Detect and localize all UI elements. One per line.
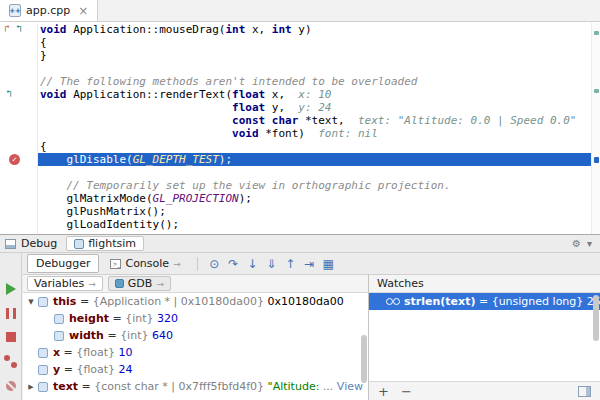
variable-row[interactable]: ▶text = {const char * | 0x7fff5fbfd4f0} …: [23, 378, 368, 395]
variables-pane-header: Variables → GDB →: [23, 275, 368, 293]
resume-icon[interactable]: [6, 283, 16, 295]
watches-title: Watches: [373, 277, 424, 290]
step-controls: ⊙↷↓⇓↑⇥▦: [205, 257, 338, 271]
execution-line[interactable]: glDisable(GL_DEPTH_TEST);: [0, 153, 600, 166]
variable-row[interactable]: ▼this = {Application * | 0x10180da00} 0x…: [23, 293, 368, 310]
variable-icon: [54, 331, 64, 341]
watches-list: strlen(text) = {unsigned long} 25: [369, 293, 600, 310]
add-watch-button[interactable]: +: [378, 385, 389, 398]
tab-gdb-label: GDB: [128, 277, 153, 290]
code-line[interactable]: void *font) font: nil: [0, 127, 600, 140]
editor-tab-bar: ++ app.cpp ×: [0, 0, 600, 22]
variable-icon: [38, 297, 48, 307]
variable-icon: [38, 348, 48, 358]
editor-tab-appcpp[interactable]: ++ app.cpp ×: [0, 0, 98, 21]
tab-switch-arrow-icon: →: [156, 279, 164, 289]
editor-scroll-stripe[interactable]: [591, 23, 600, 234]
code-line[interactable]: glPushMatrix();: [0, 205, 600, 218]
evaluate-expression-icon[interactable]: ▦: [319, 257, 338, 271]
code-line[interactable]: float y, y: 24: [0, 101, 600, 114]
hide-window-icon[interactable]: ▾: [584, 238, 595, 249]
code-area: void Application::mouseDrag(int x, int y…: [0, 23, 600, 234]
code-line[interactable]: glMatrixMode(GL_PROJECTION);: [0, 192, 600, 205]
show-watches-panel-icon[interactable]: [578, 386, 591, 397]
run-to-cursor-icon[interactable]: ⇥: [300, 257, 319, 271]
variables-scrollbar[interactable]: [361, 335, 367, 383]
mute-breakpoints-icon[interactable]: [6, 381, 16, 391]
tab-switch-arrow-icon: →: [173, 259, 181, 269]
tab-debugger[interactable]: Debugger: [27, 254, 99, 273]
close-tab-icon[interactable]: ×: [78, 4, 88, 18]
watch-row[interactable]: strlen(text) = {unsigned long} 25: [369, 293, 600, 310]
tab-variables[interactable]: Variables →: [27, 276, 103, 291]
variable-row[interactable]: height = {int} 320: [23, 310, 368, 327]
expander-icon[interactable]: ▶: [25, 383, 37, 391]
show-execution-point-icon[interactable]: ⊙: [205, 257, 224, 271]
expander-icon[interactable]: ▼: [25, 298, 37, 306]
debugger-toolbar: Debugger Console → ⊙↷↓⇓↑⇥▦: [23, 253, 600, 275]
code-line[interactable]: [0, 166, 600, 179]
tab-title: app.cpp: [26, 4, 70, 17]
code-line[interactable]: void Application::mouseDrag(int x, int y…: [0, 23, 600, 36]
debug-header-actions: ⚙▾: [569, 237, 595, 250]
tab-console[interactable]: Console →: [101, 254, 189, 273]
step-over-icon[interactable]: ↷: [224, 257, 243, 271]
toolbar-separator: [197, 257, 198, 271]
stripe-mark: [594, 31, 599, 35]
force-step-into-icon[interactable]: ⇓: [262, 257, 281, 271]
remove-watch-button[interactable]: −: [401, 385, 412, 398]
cpp-file-icon: ++: [9, 4, 21, 17]
debug-window-title: Debug: [21, 237, 57, 250]
tab-switch-arrow-icon: →: [88, 279, 96, 289]
ide-window: ++ app.cpp × void Application::mouseDrag…: [0, 0, 600, 400]
code-line[interactable]: [0, 62, 600, 75]
step-out-icon[interactable]: ↑: [281, 257, 300, 271]
tab-console-label: Console: [125, 257, 169, 270]
watches-pane: Watches strlen(text) = {unsigned long} 2…: [369, 275, 600, 400]
variable-row[interactable]: width = {int} 640: [23, 327, 368, 344]
debug-window-header: Debug flightsim ⚙▾: [0, 235, 600, 253]
code-line[interactable]: }: [0, 49, 600, 62]
code-editor[interactable]: void Application::mouseDrag(int x, int y…: [0, 23, 600, 234]
code-line[interactable]: const char *text, text: "Altitude: 0.0 |…: [0, 114, 600, 127]
console-icon: [110, 259, 121, 269]
code-line[interactable]: void Application::renderText(float x, x:…: [0, 88, 600, 101]
gdb-icon: [115, 279, 124, 288]
variables-tree: ▼this = {Application * | 0x10180da00} 0x…: [23, 293, 368, 395]
override-marker-icon[interactable]: ↰: [16, 23, 22, 35]
watch-icon: [386, 298, 400, 306]
tab-gdb[interactable]: GDB →: [108, 276, 171, 291]
variable-icon: [54, 314, 64, 324]
step-into-icon[interactable]: ↓: [243, 257, 262, 271]
view-breakpoints-icon[interactable]: [4, 355, 17, 368]
pause-icon[interactable]: [6, 308, 16, 319]
watches-toolbar: + −: [369, 381, 600, 400]
session-tab-flightsim[interactable]: flightsim: [66, 236, 144, 251]
tab-debugger-label: Debugger: [36, 257, 90, 270]
overridden-marker-icon[interactable]: ↱: [4, 23, 10, 35]
gutter-column[interactable]: ↰↱↰✓: [0, 23, 38, 234]
debug-left-toolbar: [0, 253, 22, 400]
tab-variables-label: Variables: [34, 277, 84, 290]
gear-icon[interactable]: ⚙: [569, 238, 584, 249]
watches-pane-header: Watches: [369, 275, 600, 293]
debug-window-icon: [5, 239, 16, 249]
stripe-mark: [594, 89, 599, 93]
breakpoint-icon[interactable]: ✓: [9, 154, 20, 165]
code-line[interactable]: {: [0, 36, 600, 49]
code-line[interactable]: glLoadIdentity();: [0, 218, 600, 231]
code-line[interactable]: // The following methods aren't intended…: [0, 75, 600, 88]
variables-pane: Variables → GDB → ▼this = {Application *…: [23, 275, 369, 400]
code-line[interactable]: // Temporarily set up the view in orthog…: [0, 179, 600, 192]
watches-scrollbar[interactable]: [593, 295, 599, 341]
debug-tool-window: Debug flightsim ⚙▾ Debugger Console → ⊙↷…: [0, 234, 600, 400]
stop-icon[interactable]: [6, 332, 16, 342]
variable-icon: [38, 382, 48, 392]
variable-row[interactable]: y = {float} 24: [23, 361, 368, 378]
code-line[interactable]: {: [0, 140, 600, 153]
override-marker-icon[interactable]: ↰: [6, 88, 12, 100]
variable-icon: [38, 365, 48, 375]
variable-row[interactable]: x = {float} 10: [23, 344, 368, 361]
view-link[interactable]: View: [337, 380, 363, 393]
stripe-exec-mark: [594, 157, 599, 163]
